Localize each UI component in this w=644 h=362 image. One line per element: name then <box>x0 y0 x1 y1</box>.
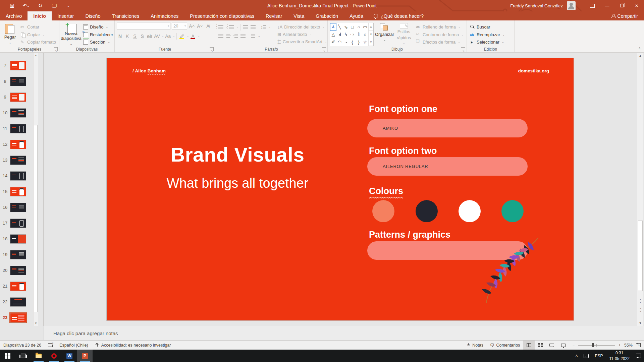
slide-thumbnail-row[interactable]: 17 <box>0 215 34 231</box>
slide-thumbnail-row[interactable]: 10 <box>0 105 34 121</box>
scroll-up-icon[interactable]: ▲ <box>34 53 38 58</box>
grow-font-button[interactable]: A˄ <box>189 23 195 29</box>
align-right-button[interactable] <box>232 33 239 39</box>
slide-scroll-up-icon[interactable]: ▲ <box>637 53 643 58</box>
scribble-shape-icon[interactable]: ✐ <box>330 38 336 46</box>
format-painter-button[interactable]: Copiar formato <box>19 39 57 46</box>
find-button[interactable]: Buscar <box>469 23 506 31</box>
italic-button[interactable]: K <box>124 33 131 40</box>
tell-me-search[interactable]: ¿Qué desea hacer? <box>369 11 428 20</box>
reading-view-button[interactable] <box>546 341 557 350</box>
notes-toggle-button[interactable]: ≜ Notas <box>464 343 487 348</box>
colour-swatch-teal[interactable] <box>501 200 524 222</box>
hidden-icons-chevron[interactable]: ˄ <box>572 354 581 358</box>
decrease-indent-button[interactable] <box>242 24 249 31</box>
bold-button[interactable]: N <box>117 33 123 40</box>
new-slide-button[interactable]: Nueva diapositiva⌄ <box>61 22 81 46</box>
tab-presentacion[interactable]: Presentación con diapositivas <box>184 11 260 20</box>
arrow-shape-icon[interactable]: ⇘ <box>343 23 349 31</box>
line-shape-icon[interactable]: ╲ <box>336 23 343 31</box>
shape-effects-button[interactable]: Efectos de forma⌄ <box>415 39 465 46</box>
comments-toggle-button[interactable]: 🗨 Comentarios <box>487 343 523 348</box>
select-button[interactable]: Seleccionar⌄ <box>469 39 506 46</box>
ribbon-display-options-button[interactable] <box>585 0 600 11</box>
drawing-dialog-launcher[interactable] <box>461 47 465 51</box>
close-button[interactable]: ✕ <box>629 0 644 11</box>
action-center-button[interactable] <box>633 354 644 358</box>
change-case-button[interactable]: Aa <box>165 33 171 40</box>
shrink-font-button[interactable]: A˅ <box>197 23 203 29</box>
shape-fill-button[interactable]: Relleno de forma⌄ <box>415 23 465 31</box>
language-indicator[interactable]: Español (Chile) <box>56 343 91 348</box>
text-box-shape-icon[interactable]: A <box>330 23 336 31</box>
next-slide-button[interactable]: ˅˅ <box>637 307 643 314</box>
copy-button[interactable]: Copiar⌄ <box>19 31 57 38</box>
font-option-one-pill[interactable]: AMIKO <box>367 119 528 137</box>
slide-canvas[interactable]: / Alice Benham domestika.org Brand Visua… <box>107 58 574 320</box>
slide-thumbnail[interactable] <box>10 108 26 118</box>
zoom-slider-thumb[interactable] <box>592 343 594 347</box>
notes-pane[interactable]: Haga clic para agregar notas <box>44 326 644 340</box>
undo-icon[interactable]: ↶⌄ <box>23 2 30 9</box>
tab-revisar[interactable]: Revisar <box>260 11 288 20</box>
slide-thumbnail-row[interactable]: 16 <box>0 199 34 215</box>
slide-thumbnail-row[interactable]: 15 <box>0 184 34 199</box>
align-center-button[interactable] <box>225 33 231 39</box>
slide-thumbnail-row[interactable]: 23 <box>0 310 34 325</box>
columns-button[interactable] <box>250 33 257 39</box>
colour-swatch-white[interactable] <box>459 200 481 222</box>
slide-sorter-view-button[interactable] <box>535 341 546 350</box>
paste-button[interactable]: Pegar⌄ <box>2 22 18 46</box>
language-switcher[interactable]: ESP <box>592 354 606 358</box>
slide-thumbnail-row[interactable]: 7 <box>0 58 34 73</box>
powerpoint-button[interactable]: P <box>77 350 93 362</box>
left-brace-shape-icon[interactable]: { <box>349 38 356 46</box>
minimize-button[interactable]: — <box>600 0 614 11</box>
slide-thumbnail[interactable] <box>10 234 26 244</box>
customize-qat-icon[interactable]: ⌄ <box>65 2 72 9</box>
slide-thumbnail[interactable] <box>10 219 26 228</box>
slide-scroll-down-icon[interactable]: ▼ <box>637 320 643 326</box>
slideshow-view-button[interactable] <box>557 341 569 350</box>
slide-thumbnail[interactable] <box>10 124 26 133</box>
font-name-combo[interactable]: ▾ <box>117 22 170 30</box>
slide-thumbnail[interactable] <box>10 266 26 275</box>
shapes-scroll-down-icon[interactable]: ▼ <box>369 31 373 39</box>
strikethrough-button[interactable]: ab <box>146 33 153 40</box>
slide-thumbnail[interactable] <box>10 171 26 181</box>
slide-thumbnail-row[interactable]: 22 <box>0 294 34 310</box>
slide-thumbnail-row[interactable]: 9 <box>0 89 34 105</box>
clear-formatting-button[interactable]: A̸ <box>205 23 211 29</box>
task-view-button[interactable] <box>15 350 31 362</box>
slide-thumbnail[interactable] <box>10 297 26 307</box>
star-shape-icon[interactable]: ☆ <box>362 38 368 46</box>
redo-icon[interactable]: ↻ <box>37 2 44 9</box>
shapes-gallery[interactable]: A ╲ ⇘ □ ○ ▭ △ Ⅎ ↳ ⇨ ⇩ ⌂ ✐ ◠ ~ { } <box>330 23 374 46</box>
slide-thumbnail[interactable] <box>10 93 26 102</box>
character-spacing-button[interactable]: AV <box>154 33 160 40</box>
slide-scrollbar-thumb[interactable] <box>638 221 643 291</box>
slide-vertical-scrollbar[interactable]: ▲ ˄˄ ˅˅ ▼ <box>637 53 643 326</box>
slide-thumbnail[interactable] <box>10 61 26 70</box>
slide-thumbnail[interactable] <box>10 156 26 165</box>
slide-thumbnail-row[interactable]: 14 <box>0 168 34 184</box>
justify-button[interactable] <box>239 33 246 39</box>
slide-thumbnail[interactable] <box>10 77 26 86</box>
save-icon[interactable]: 🖫 <box>9 2 15 9</box>
slide-thumbnail-row[interactable]: 12 <box>0 136 34 152</box>
shapes-scroll-up-icon[interactable]: ▲ <box>369 23 373 31</box>
notes-placeholder[interactable]: Haga clic para agregar notas <box>53 330 118 336</box>
clock[interactable]: 0:31 11-05-2022 <box>606 350 633 361</box>
word-button[interactable]: W <box>62 350 77 362</box>
down-arrow-shape-icon[interactable]: ⇩ <box>356 31 362 39</box>
shape-outline-button[interactable]: Contorno de forma⌄ <box>415 31 465 38</box>
tab-inicio[interactable]: Inicio <box>28 11 52 20</box>
avatar[interactable] <box>567 1 576 10</box>
rounded-rectangle-shape-icon[interactable]: ▭ <box>362 23 368 31</box>
slide-title-block[interactable]: Brand Visuals What brings all together <box>137 143 338 191</box>
start-slideshow-icon[interactable]: 🖵 <box>51 2 58 9</box>
slide-thumbnail[interactable] <box>10 187 26 196</box>
zoom-in-button[interactable]: + <box>619 343 621 348</box>
file-explorer-button[interactable] <box>31 350 46 362</box>
fit-slide-to-window-button[interactable] <box>636 343 641 347</box>
